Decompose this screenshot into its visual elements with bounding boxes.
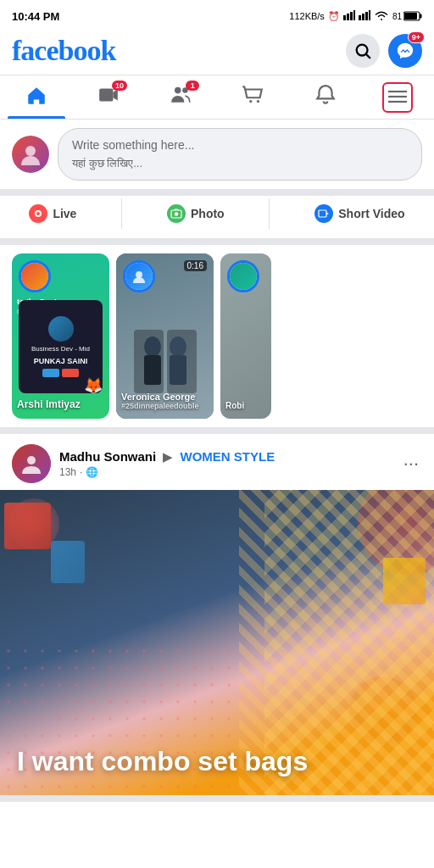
facebook-logo: facebook: [12, 35, 115, 67]
story-username-1: Arshi Imtiyaz: [17, 398, 104, 410]
header-icons: 9+: [346, 34, 422, 68]
status-icons: 112KB/s ⏰ 81: [289, 9, 422, 23]
svg-rect-6: [365, 12, 368, 20]
svg-rect-2: [350, 12, 353, 20]
post-image: I want combo set bags: [0, 490, 434, 795]
alarm-icon: ⏰: [328, 11, 340, 22]
story-avatar-1: [19, 260, 51, 292]
story-card-robi[interactable]: Robi: [220, 253, 271, 419]
story-card-veronica[interactable]: 0:16 Veronica George: [116, 253, 214, 419]
svg-point-17: [249, 99, 252, 102]
svg-point-32: [170, 337, 186, 357]
live-icon: [29, 204, 47, 223]
menu-icon: [382, 82, 413, 113]
header: facebook 9+: [0, 31, 434, 75]
messenger-button[interactable]: 9+: [388, 34, 422, 68]
post-meta: Madhu Sonwani ▶ WOMEN STYLE 13h · 🌐: [59, 449, 392, 478]
composer-placeholder-line1: Write something here...: [72, 137, 408, 154]
svg-point-34: [27, 456, 36, 465]
tab-marketplace[interactable]: [217, 75, 289, 119]
story-username-3: Robi: [225, 401, 266, 410]
status-bar: 10:44 PM 112KB/s ⏰ 81: [0, 0, 434, 31]
svg-point-15: [175, 86, 181, 93]
tab-menu[interactable]: [362, 75, 434, 119]
short-video-button[interactable]: Short Video: [301, 198, 418, 230]
post: Madhu Sonwani ▶ WOMEN STYLE 13h · 🌐 ··· …: [0, 434, 434, 802]
short-video-icon: [314, 204, 333, 223]
svg-point-26: [175, 212, 178, 215]
composer-input-field[interactable]: Write something here... यहां कुछ लिखिए..…: [58, 128, 422, 181]
story-avatar-3: [227, 260, 259, 292]
video-badge: 10: [112, 81, 127, 91]
live-button[interactable]: Live: [15, 198, 90, 230]
search-button[interactable]: [346, 34, 380, 68]
tab-notifications[interactable]: [289, 75, 361, 119]
svg-rect-5: [362, 14, 364, 20]
svg-rect-10: [420, 14, 422, 19]
svg-rect-1: [347, 14, 349, 20]
post-author-name: Madhu Sonwani ▶ WOMEN STYLE: [59, 449, 392, 465]
post-header: Madhu Sonwani ▶ WOMEN STYLE 13h · 🌐 ···: [0, 434, 434, 490]
svg-rect-0: [343, 15, 346, 20]
wifi-icon: [374, 9, 389, 23]
story-username-2: Veronica George #25dinnepaleedouble: [121, 392, 209, 410]
svg-point-24: [36, 212, 40, 215]
battery-icon: 81: [392, 11, 422, 21]
photo-label: Photo: [191, 207, 225, 220]
post-more-button[interactable]: ···: [400, 453, 422, 475]
live-label: Live: [53, 207, 76, 220]
tab-video[interactable]: 10: [72, 75, 144, 119]
user-avatar: [12, 136, 49, 173]
short-video-label: Short Video: [338, 207, 404, 220]
svg-rect-13: [99, 88, 113, 101]
nav-tabs: 10 1: [0, 75, 434, 120]
svg-point-18: [256, 99, 259, 102]
svg-marker-28: [326, 212, 329, 214]
tab-home[interactable]: [0, 75, 72, 119]
svg-line-12: [366, 54, 370, 58]
bell-icon: [314, 84, 337, 111]
svg-rect-4: [359, 15, 361, 20]
status-time: 10:44 PM: [12, 10, 59, 23]
post-time: 13h · 🌐: [59, 466, 392, 478]
privacy-icon: 🌐: [86, 466, 98, 478]
photo-button[interactable]: Photo: [153, 198, 238, 230]
story-avatar-2: [123, 260, 155, 292]
friends-badge: 1: [186, 81, 199, 91]
composer-placeholder-line2: यहां कुछ लिखिए...: [72, 156, 408, 171]
signal-icon-1: [343, 10, 355, 22]
home-icon: [25, 84, 47, 111]
messenger-badge: 9+: [408, 31, 425, 43]
signal-icon-2: [359, 10, 370, 22]
divider-1: [121, 198, 122, 229]
photo-icon: [167, 204, 186, 223]
story-duration-2: 0:16: [184, 260, 207, 271]
svg-rect-31: [144, 355, 161, 385]
stories-section: to the Den! @punkajs Business Dev - Mid …: [0, 245, 434, 434]
svg-point-29: [136, 271, 142, 278]
post-author-avatar: [12, 444, 51, 483]
svg-rect-9: [404, 13, 417, 19]
svg-rect-27: [319, 210, 326, 217]
story-card-arshi[interactable]: to the Den! @punkajs Business Dev - Mid …: [12, 253, 109, 419]
dot-separator: ·: [80, 466, 82, 478]
action-row: Live Photo Short Video: [0, 196, 434, 245]
composer: Write something here... यहां कुछ लिखिए..…: [0, 120, 434, 196]
divider-2: [269, 198, 270, 229]
network-speed: 112KB/s: [289, 11, 325, 21]
svg-rect-3: [353, 10, 355, 20]
stories-row: to the Den! @punkajs Business Dev - Mid …: [12, 253, 434, 419]
svg-point-30: [144, 337, 161, 357]
marketplace-icon: [242, 84, 264, 111]
svg-rect-7: [369, 10, 370, 20]
post-image-text: I want combo set bags: [17, 745, 308, 777]
tab-friends[interactable]: 1: [145, 75, 217, 119]
svg-point-22: [25, 146, 36, 156]
svg-rect-33: [170, 355, 186, 385]
